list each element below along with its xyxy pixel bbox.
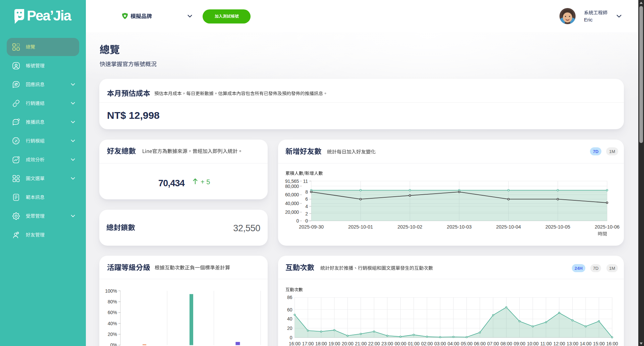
svg-text:10:00: 10:00 (527, 341, 539, 346)
svg-text:23:00: 23:00 (381, 341, 393, 346)
svg-text:12:00: 12:00 (553, 341, 565, 346)
svg-text:86: 86 (287, 295, 292, 300)
svg-text:00:00: 00:00 (394, 341, 406, 346)
svg-text:14:00: 14:00 (580, 341, 592, 346)
svg-text:03:00: 03:00 (434, 341, 446, 346)
svg-text:21:00: 21:00 (355, 341, 367, 346)
svg-text:16:00: 16:00 (289, 341, 301, 346)
svg-text:19:00: 19:00 (328, 341, 340, 346)
svg-text:18:00: 18:00 (315, 341, 327, 346)
svg-text:06:00: 06:00 (474, 341, 486, 346)
svg-text:15:00: 15:00 (593, 341, 605, 346)
svg-text:13:00: 13:00 (567, 341, 578, 346)
svg-text:04:00: 04:00 (447, 341, 459, 346)
svg-text:01:00: 01:00 (408, 341, 420, 346)
svg-text:07:00: 07:00 (487, 341, 499, 346)
svg-text:11:00: 11:00 (540, 341, 552, 346)
svg-text:20: 20 (287, 326, 292, 331)
svg-text:20:00: 20:00 (342, 341, 354, 346)
svg-text:05:00: 05:00 (461, 341, 473, 346)
svg-text:17:00: 17:00 (302, 341, 314, 346)
svg-text:09:00: 09:00 (514, 341, 525, 346)
svg-text:0: 0 (290, 335, 292, 340)
svg-text:02:00: 02:00 (421, 341, 433, 346)
svg-text:08:00: 08:00 (500, 341, 512, 346)
svg-text:40: 40 (287, 316, 292, 322)
svg-text:16:00: 16:00 (606, 341, 618, 346)
svg-text:22:00: 22:00 (368, 341, 380, 346)
svg-text:60: 60 (287, 307, 292, 312)
